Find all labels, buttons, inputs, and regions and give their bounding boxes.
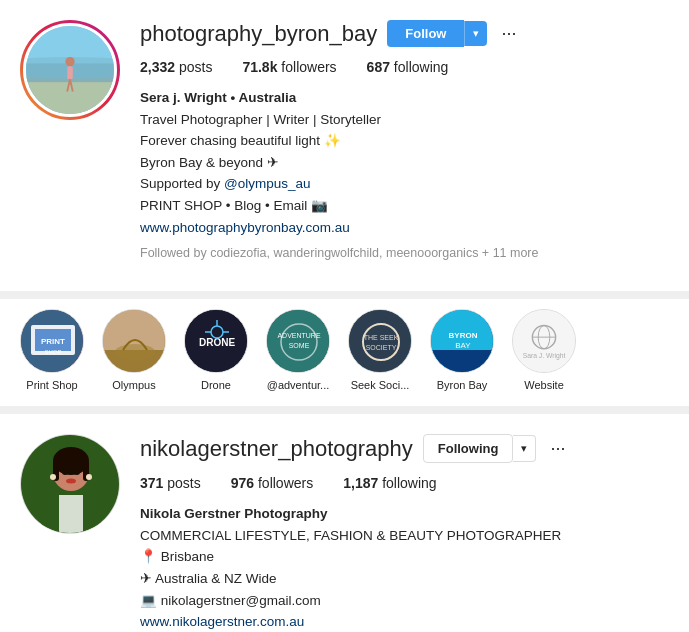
profile-header-1: photography_byron_bay Follow ▾ ··· 2,332… [20, 20, 669, 260]
stat-posts-2: 371 posts [140, 475, 201, 491]
bio-line4-1: Supported by @olympus_au [140, 173, 669, 195]
svg-point-48 [86, 474, 92, 480]
bio-line3-1: Byron Bay & beyond ✈ [140, 152, 669, 174]
stat-following-2: 1,187 following [343, 475, 436, 491]
highlight-label-seek: Seek Soci... [351, 379, 410, 391]
highlight-label-website: Website [524, 379, 564, 391]
bio-display-name-1: Sera j. Wright • Australia [140, 87, 669, 109]
bio-website-2: www.nikolagerstner.com.au [140, 611, 669, 632]
svg-point-4 [65, 57, 74, 66]
follow-btn-group-1: Follow ▾ [387, 20, 487, 47]
profile-username-2: nikolagerstner_photography [140, 436, 413, 462]
profile-header-2: nikolagerstner_photography Following ▾ ·… [20, 434, 669, 632]
svg-text:SOME: SOME [289, 342, 310, 349]
highlight-label-printshop: Print Shop [26, 379, 77, 391]
highlight-circle-drone: DRONE [184, 309, 248, 373]
following-btn-group-2: Following ▾ [423, 434, 537, 463]
highlight-drone[interactable]: DRONE Drone [184, 309, 248, 391]
avatar-1[interactable] [23, 23, 117, 117]
stats-row-2: 371 posts 976 followers 1,187 following [140, 475, 669, 491]
followed-by-1: Followed by codiezofia, wanderingwolfchi… [140, 246, 669, 260]
svg-text:THE SEEK: THE SEEK [364, 334, 399, 341]
svg-text:PRINT: PRINT [41, 337, 65, 346]
highlight-label-olympus: Olympus [112, 379, 155, 391]
highlight-circle-printshop: PRINT SHOP [20, 309, 84, 373]
avatar-image-1 [26, 26, 114, 114]
svg-rect-26 [349, 310, 412, 373]
bio-section-2: Nikola Gerstner Photography COMMERCIAL L… [140, 503, 669, 632]
highlight-circle-website: Sara J. Wright [512, 309, 576, 373]
more-button-1[interactable]: ··· [497, 23, 520, 44]
highlight-olympus[interactable]: Olympus [102, 309, 166, 391]
svg-rect-5 [67, 66, 73, 79]
stat-following-1: 687 following [367, 59, 449, 75]
profile-info-2: nikolagerstner_photography Following ▾ ·… [140, 434, 669, 632]
svg-rect-50 [59, 495, 83, 534]
svg-point-46 [66, 479, 76, 484]
highlights-row-1: PRINT SHOP Print Shop Olympus DRONE [0, 299, 689, 414]
bio-line5-1: PRINT SHOP • Blog • Email 📷 [140, 195, 669, 217]
svg-rect-34 [513, 310, 575, 372]
svg-text:SHOP: SHOP [44, 349, 61, 355]
follow-button-1[interactable]: Follow [387, 20, 464, 47]
highlight-circle-seek: THE SEEK SOCIETY [348, 309, 412, 373]
following-button-2[interactable]: Following [423, 434, 514, 463]
profile-name-row-2: nikolagerstner_photography Following ▾ ·… [140, 434, 669, 463]
highlight-adventure[interactable]: ADVENTURE SOME @adventur... [266, 309, 330, 391]
profile-username-1: photography_byron_bay [140, 21, 377, 47]
olympus-mention[interactable]: @olympus_au [224, 176, 311, 191]
profile-info-1: photography_byron_bay Follow ▾ ··· 2,332… [140, 20, 669, 260]
more-button-2[interactable]: ··· [546, 438, 569, 459]
bio-display-name-2: Nikola Gerstner Photography [140, 503, 669, 525]
bio-line3-2: ✈ Australia & NZ Wide [140, 568, 669, 590]
bio-website-1: www.photographybyronbay.com.au [140, 217, 669, 239]
profile-section-1: photography_byron_bay Follow ▾ ··· 2,332… [0, 0, 689, 299]
svg-point-47 [50, 474, 56, 480]
bio-line1-1: Travel Photographer | Writer | Storytell… [140, 109, 669, 131]
stat-followers-1: 71.8k followers [242, 59, 336, 75]
profile-name-row-1: photography_byron_bay Follow ▾ ··· [140, 20, 669, 47]
stat-followers-2: 976 followers [231, 475, 314, 491]
following-dropdown-2[interactable]: ▾ [513, 435, 536, 462]
svg-text:BAY: BAY [455, 341, 471, 350]
bio-line1-2: COMMERCIAL LIFESTYLE, FASHION & BEAUTY P… [140, 525, 669, 547]
bio-line2-2: 📍 Brisbane [140, 546, 669, 568]
svg-text:BYRON: BYRON [449, 331, 478, 340]
highlight-byronbay[interactable]: BYRON BAY Byron Bay [430, 309, 494, 391]
avatar-ring-1[interactable] [20, 20, 120, 120]
highlight-circle-olympus [102, 309, 166, 373]
highlight-website[interactable]: Sara J. Wright Website [512, 309, 576, 391]
bio-section-1: Sera j. Wright • Australia Travel Photog… [140, 87, 669, 238]
profile-section-2: nikolagerstner_photography Following ▾ ·… [0, 414, 689, 632]
website-link-1[interactable]: www.photographybyronbay.com.au [140, 220, 350, 235]
highlight-circle-byronbay: BYRON BAY [430, 309, 494, 373]
highlight-label-drone: Drone [201, 379, 231, 391]
svg-point-45 [74, 469, 80, 475]
bio-line2-1: Forever chasing beautiful light ✨ [140, 130, 669, 152]
highlight-printshop[interactable]: PRINT SHOP Print Shop [20, 309, 84, 391]
highlight-seek[interactable]: THE SEEK SOCIETY Seek Soci... [348, 309, 412, 391]
highlight-label-byronbay: Byron Bay [437, 379, 488, 391]
svg-point-15 [115, 344, 155, 360]
website-link-2[interactable]: www.nikolagerstner.com.au [140, 614, 304, 629]
highlight-circle-adventure: ADVENTURE SOME [266, 309, 330, 373]
svg-text:ADVENTURE: ADVENTURE [277, 332, 321, 339]
avatar-2[interactable] [20, 434, 120, 534]
stats-row-1: 2,332 posts 71.8k followers 687 followin… [140, 59, 669, 75]
svg-text:SOCIETY: SOCIETY [366, 344, 397, 351]
svg-point-44 [62, 469, 68, 475]
stat-posts-1: 2,332 posts [140, 59, 212, 75]
highlight-label-adventure: @adventur... [267, 379, 330, 391]
svg-text:Sara J. Wright: Sara J. Wright [523, 353, 566, 361]
follow-dropdown-1[interactable]: ▾ [464, 21, 487, 46]
bio-line4-2: 💻 nikolagerstner@gmail.com [140, 590, 669, 612]
svg-rect-31 [431, 350, 494, 373]
